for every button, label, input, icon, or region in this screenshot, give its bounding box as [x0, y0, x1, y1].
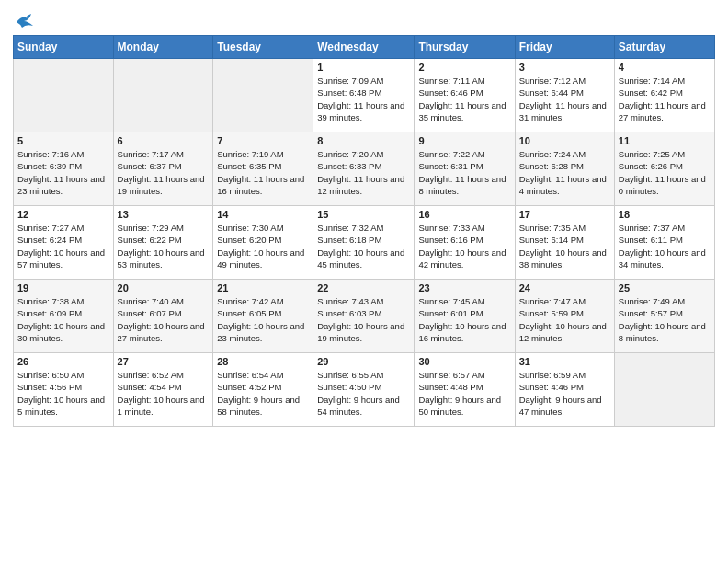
day-number: 5	[17, 135, 109, 146]
weekday-header-wednesday: Wednesday	[313, 36, 415, 59]
day-number: 6	[118, 135, 210, 146]
day-info: Sunrise: 6:54 AM Sunset: 4:52 PM Dayligh…	[217, 369, 309, 418]
calendar-cell: 2Sunrise: 7:11 AM Sunset: 6:46 PM Daylig…	[415, 59, 515, 132]
calendar-cell	[213, 59, 313, 132]
calendar-cell: 12Sunrise: 7:27 AM Sunset: 6:24 PM Dayli…	[14, 206, 114, 280]
calendar-header-row: SundayMondayTuesdayWednesdayThursdayFrid…	[14, 36, 715, 59]
day-info: Sunrise: 7:14 AM Sunset: 6:42 PM Dayligh…	[619, 75, 711, 123]
calendar-cell: 30Sunrise: 6:57 AM Sunset: 4:48 PM Dayli…	[415, 353, 515, 427]
day-number: 9	[418, 135, 510, 146]
weekday-header-thursday: Thursday	[415, 36, 515, 59]
day-info: Sunrise: 7:24 AM Sunset: 6:28 PM Dayligh…	[519, 148, 610, 197]
day-info: Sunrise: 7:25 AM Sunset: 6:26 PM Dayligh…	[619, 148, 711, 197]
calendar-cell: 19Sunrise: 7:38 AM Sunset: 6:09 PM Dayli…	[14, 280, 114, 353]
day-number: 15	[317, 209, 410, 220]
calendar-week-row: 1Sunrise: 7:09 AM Sunset: 6:48 PM Daylig…	[14, 59, 715, 132]
calendar-cell: 9Sunrise: 7:22 AM Sunset: 6:31 PM Daylig…	[415, 132, 515, 206]
calendar-cell: 21Sunrise: 7:42 AM Sunset: 6:05 PM Dayli…	[213, 280, 313, 353]
day-info: Sunrise: 7:40 AM Sunset: 6:07 PM Dayligh…	[118, 295, 210, 344]
logo-bird-icon	[15, 13, 35, 29]
calendar-week-row: 26Sunrise: 6:50 AM Sunset: 4:56 PM Dayli…	[14, 353, 715, 427]
calendar-table: SundayMondayTuesdayWednesdayThursdayFrid…	[13, 35, 715, 427]
day-number: 17	[519, 209, 610, 220]
day-info: Sunrise: 6:52 AM Sunset: 4:54 PM Dayligh…	[118, 369, 210, 418]
calendar-cell: 6Sunrise: 7:17 AM Sunset: 6:37 PM Daylig…	[113, 132, 213, 206]
calendar-cell	[614, 353, 714, 427]
calendar-cell: 28Sunrise: 6:54 AM Sunset: 4:52 PM Dayli…	[213, 353, 313, 427]
calendar-cell: 11Sunrise: 7:25 AM Sunset: 6:26 PM Dayli…	[614, 132, 714, 206]
calendar-cell: 17Sunrise: 7:35 AM Sunset: 6:14 PM Dayli…	[515, 206, 614, 280]
weekday-header-monday: Monday	[113, 36, 213, 59]
calendar-cell: 26Sunrise: 6:50 AM Sunset: 4:56 PM Dayli…	[14, 353, 114, 427]
day-number: 12	[17, 209, 109, 220]
day-info: Sunrise: 7:42 AM Sunset: 6:05 PM Dayligh…	[217, 295, 309, 344]
day-number: 30	[418, 356, 510, 367]
weekday-header-friday: Friday	[515, 36, 614, 59]
calendar-cell: 13Sunrise: 7:29 AM Sunset: 6:22 PM Dayli…	[113, 206, 213, 280]
day-number: 18	[619, 209, 711, 220]
weekday-header-sunday: Sunday	[14, 36, 114, 59]
day-number: 14	[217, 209, 309, 220]
calendar-cell: 31Sunrise: 6:59 AM Sunset: 4:46 PM Dayli…	[515, 353, 614, 427]
day-number: 7	[217, 135, 309, 146]
calendar-cell: 22Sunrise: 7:43 AM Sunset: 6:03 PM Dayli…	[313, 280, 415, 353]
day-info: Sunrise: 7:16 AM Sunset: 6:39 PM Dayligh…	[17, 148, 109, 197]
day-info: Sunrise: 7:29 AM Sunset: 6:22 PM Dayligh…	[118, 222, 210, 270]
calendar-cell: 16Sunrise: 7:33 AM Sunset: 6:16 PM Dayli…	[415, 206, 515, 280]
calendar-cell: 20Sunrise: 7:40 AM Sunset: 6:07 PM Dayli…	[113, 280, 213, 353]
day-info: Sunrise: 7:32 AM Sunset: 6:18 PM Dayligh…	[317, 222, 410, 270]
day-number: 1	[317, 62, 410, 73]
calendar-cell: 10Sunrise: 7:24 AM Sunset: 6:28 PM Dayli…	[515, 132, 614, 206]
day-number: 26	[17, 356, 109, 367]
calendar-cell: 1Sunrise: 7:09 AM Sunset: 6:48 PM Daylig…	[313, 59, 415, 132]
day-info: Sunrise: 6:59 AM Sunset: 4:46 PM Dayligh…	[519, 369, 610, 418]
day-info: Sunrise: 6:57 AM Sunset: 4:48 PM Dayligh…	[418, 369, 510, 418]
calendar-cell: 27Sunrise: 6:52 AM Sunset: 4:54 PM Dayli…	[113, 353, 213, 427]
day-info: Sunrise: 7:37 AM Sunset: 6:11 PM Dayligh…	[619, 222, 711, 270]
day-info: Sunrise: 6:50 AM Sunset: 4:56 PM Dayligh…	[17, 369, 109, 418]
day-number: 29	[317, 356, 410, 367]
day-number: 3	[519, 62, 610, 73]
calendar-cell: 23Sunrise: 7:45 AM Sunset: 6:01 PM Dayli…	[415, 280, 515, 353]
calendar-cell: 4Sunrise: 7:14 AM Sunset: 6:42 PM Daylig…	[614, 59, 714, 132]
day-number: 21	[217, 282, 309, 293]
day-info: Sunrise: 7:12 AM Sunset: 6:44 PM Dayligh…	[519, 75, 610, 123]
day-number: 22	[317, 282, 410, 293]
calendar-cell: 8Sunrise: 7:20 AM Sunset: 6:33 PM Daylig…	[313, 132, 415, 206]
day-number: 19	[17, 282, 109, 293]
day-number: 11	[619, 135, 711, 146]
calendar-week-row: 5Sunrise: 7:16 AM Sunset: 6:39 PM Daylig…	[14, 132, 715, 206]
day-number: 4	[619, 62, 711, 73]
day-info: Sunrise: 7:17 AM Sunset: 6:37 PM Dayligh…	[118, 148, 210, 197]
day-info: Sunrise: 7:38 AM Sunset: 6:09 PM Dayligh…	[17, 295, 109, 344]
day-number: 23	[418, 282, 510, 293]
day-number: 10	[519, 135, 610, 146]
calendar-cell: 24Sunrise: 7:47 AM Sunset: 5:59 PM Dayli…	[515, 280, 614, 353]
day-info: Sunrise: 7:43 AM Sunset: 6:03 PM Dayligh…	[317, 295, 410, 344]
day-info: Sunrise: 7:11 AM Sunset: 6:46 PM Dayligh…	[418, 75, 510, 123]
day-info: Sunrise: 6:55 AM Sunset: 4:50 PM Dayligh…	[317, 369, 410, 418]
day-info: Sunrise: 7:20 AM Sunset: 6:33 PM Dayligh…	[317, 148, 410, 197]
calendar-cell	[14, 59, 114, 132]
day-number: 2	[418, 62, 510, 73]
day-info: Sunrise: 7:45 AM Sunset: 6:01 PM Dayligh…	[418, 295, 510, 344]
weekday-header-saturday: Saturday	[614, 36, 714, 59]
day-number: 31	[519, 356, 610, 367]
calendar-cell: 14Sunrise: 7:30 AM Sunset: 6:20 PM Dayli…	[213, 206, 313, 280]
page-header	[13, 9, 715, 29]
calendar-cell: 7Sunrise: 7:19 AM Sunset: 6:35 PM Daylig…	[213, 132, 313, 206]
calendar-week-row: 12Sunrise: 7:27 AM Sunset: 6:24 PM Dayli…	[14, 206, 715, 280]
day-number: 16	[418, 209, 510, 220]
calendar-cell: 18Sunrise: 7:37 AM Sunset: 6:11 PM Dayli…	[614, 206, 714, 280]
day-info: Sunrise: 7:30 AM Sunset: 6:20 PM Dayligh…	[217, 222, 309, 270]
calendar-cell	[113, 59, 213, 132]
day-number: 13	[118, 209, 210, 220]
day-info: Sunrise: 7:33 AM Sunset: 6:16 PM Dayligh…	[418, 222, 510, 270]
day-info: Sunrise: 7:09 AM Sunset: 6:48 PM Dayligh…	[317, 75, 410, 123]
logo	[13, 13, 35, 29]
weekday-header-tuesday: Tuesday	[213, 36, 313, 59]
day-info: Sunrise: 7:22 AM Sunset: 6:31 PM Dayligh…	[418, 148, 510, 197]
day-info: Sunrise: 7:27 AM Sunset: 6:24 PM Dayligh…	[17, 222, 109, 270]
calendar-cell: 29Sunrise: 6:55 AM Sunset: 4:50 PM Dayli…	[313, 353, 415, 427]
day-number: 27	[118, 356, 210, 367]
